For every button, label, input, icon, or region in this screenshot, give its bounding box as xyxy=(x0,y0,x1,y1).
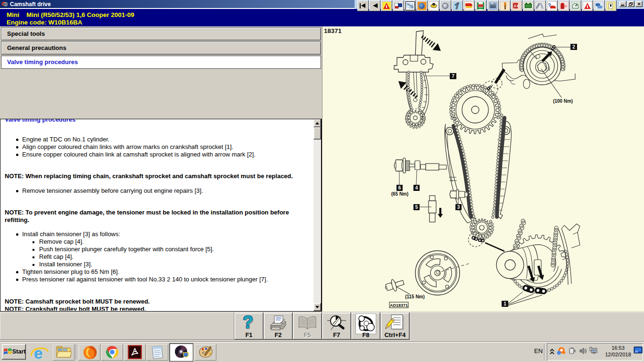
svg-text:1: 1 xyxy=(504,301,506,306)
svg-text:(100 Nm): (100 Nm) xyxy=(553,99,573,104)
svg-text:5: 5 xyxy=(415,205,418,210)
svg-text:18371: 18371 xyxy=(324,27,342,34)
svg-text:(65 Nm): (65 Nm) xyxy=(391,191,409,197)
svg-text:(115 Nm): (115 Nm) xyxy=(405,294,425,299)
svg-text:e: e xyxy=(34,345,42,361)
svg-text:AD18371: AD18371 xyxy=(390,303,408,308)
svg-text:6: 6 xyxy=(398,185,401,190)
svg-text:2: 2 xyxy=(572,44,575,49)
svg-text:4: 4 xyxy=(415,185,418,190)
svg-text:3: 3 xyxy=(457,205,460,210)
svg-text:7: 7 xyxy=(452,74,454,79)
